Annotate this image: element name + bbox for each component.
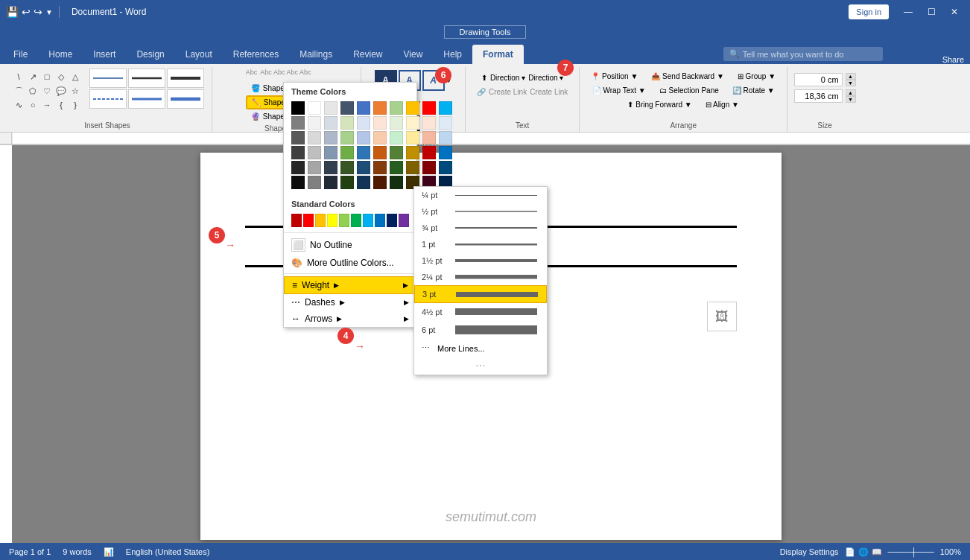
callout-tool[interactable]: 💬 <box>54 84 68 98</box>
tab-mailings[interactable]: Mailings <box>289 45 343 64</box>
standard-color-swatch[interactable] <box>399 214 409 227</box>
no-outline-item[interactable]: ⬜ No Outline <box>284 235 416 255</box>
theme-color-swatch[interactable] <box>439 146 452 159</box>
search-input[interactable] <box>743 50 877 59</box>
theme-color-swatch[interactable] <box>373 101 387 115</box>
line-tool[interactable]: \ <box>12 70 25 83</box>
theme-color-swatch[interactable] <box>373 176 387 189</box>
theme-color-swatch[interactable] <box>390 161 403 174</box>
theme-color-swatch[interactable] <box>373 146 387 159</box>
right-brace-tool[interactable]: } <box>69 98 82 112</box>
print-layout-icon[interactable]: 📄 <box>845 547 855 557</box>
weight-option[interactable]: 1½ pt <box>414 252 547 269</box>
theme-color-swatch[interactable] <box>340 116 354 130</box>
send-backward-button[interactable]: 📤 Send Backward ▼ <box>646 70 729 83</box>
weight-option[interactable]: 3 pt <box>414 285 547 303</box>
weight-option[interactable]: ¾ pt <box>414 220 547 236</box>
theme-color-swatch[interactable] <box>373 161 387 174</box>
redo-icon[interactable]: ↪ <box>34 6 42 18</box>
group-button[interactable]: ⊞ Group ▼ <box>732 70 781 83</box>
style-line-2[interactable] <box>128 69 165 88</box>
theme-color-swatch[interactable] <box>291 161 305 174</box>
theme-color-swatch[interactable] <box>308 101 321 115</box>
theme-color-swatch[interactable] <box>439 131 452 144</box>
theme-color-swatch[interactable] <box>390 131 403 144</box>
tab-references[interactable]: References <box>223 45 289 64</box>
web-layout-icon[interactable]: 🌐 <box>858 547 869 557</box>
theme-color-swatch[interactable] <box>357 176 370 189</box>
save-icon[interactable]: 💾 <box>6 6 19 18</box>
theme-color-swatch[interactable] <box>324 161 337 174</box>
more-lines-item[interactable]: ⋯ More Lines... <box>414 340 547 357</box>
pentagon-tool[interactable]: ⬠ <box>26 84 39 98</box>
curve-tool[interactable]: ⌒ <box>12 84 25 98</box>
theme-color-swatch[interactable] <box>439 116 452 130</box>
style-line-3[interactable] <box>167 69 204 88</box>
selection-pane-button[interactable]: 🗂 Selection Pane <box>654 84 724 97</box>
style-line-1[interactable] <box>89 69 127 88</box>
weight-option[interactable]: 6 pt <box>414 320 547 340</box>
standard-color-swatch[interactable] <box>327 214 337 227</box>
theme-color-swatch[interactable] <box>324 116 337 130</box>
display-settings-button[interactable]: Display Settings <box>780 547 839 556</box>
theme-color-swatch[interactable] <box>308 116 321 130</box>
standard-color-swatch[interactable] <box>387 214 397 227</box>
theme-color-swatch[interactable] <box>390 101 403 115</box>
style-line-4[interactable] <box>89 89 127 109</box>
theme-color-swatch[interactable] <box>422 131 436 144</box>
tab-review[interactable]: Review <box>343 45 393 64</box>
theme-color-swatch[interactable] <box>390 146 403 159</box>
sign-in-button[interactable]: Sign in <box>849 4 889 19</box>
height-down-button[interactable]: ▼ <box>846 96 856 103</box>
share-button[interactable]: Share <box>942 55 964 64</box>
dashes-item[interactable]: ⋯ Dashes ▶ <box>284 294 416 311</box>
theme-color-swatch[interactable] <box>373 131 387 144</box>
standard-color-swatch[interactable] <box>351 214 361 227</box>
rect-tool[interactable]: □ <box>40 70 54 83</box>
theme-color-swatch[interactable] <box>340 101 354 115</box>
diamond-tool[interactable]: ◇ <box>54 70 68 83</box>
theme-color-swatch[interactable] <box>308 131 321 144</box>
theme-color-swatch[interactable] <box>340 161 354 174</box>
bring-forward-button[interactable]: ⬆ Bring Forward ▼ <box>622 98 697 111</box>
theme-color-swatch[interactable] <box>390 176 403 189</box>
theme-color-swatch[interactable] <box>357 116 370 130</box>
zoom-slider[interactable]: ────┼─── <box>888 547 934 556</box>
minimize-button[interactable]: — <box>898 4 919 20</box>
theme-color-swatch[interactable] <box>340 131 354 144</box>
width-input[interactable]: 0 cm <box>794 73 843 86</box>
tab-layout[interactable]: Layout <box>175 45 223 64</box>
theme-color-swatch[interactable] <box>439 161 452 174</box>
create-link-button[interactable]: 🔗Create LinkCreate Link <box>472 86 573 98</box>
theme-color-swatch[interactable] <box>291 146 305 159</box>
weight-option[interactable]: 1 pt <box>414 236 547 252</box>
triangle-tool[interactable]: △ <box>69 70 82 83</box>
standard-color-swatch[interactable] <box>339 214 349 227</box>
theme-color-swatch[interactable] <box>291 116 305 130</box>
weight-option[interactable]: 2¼ pt <box>414 269 547 285</box>
tab-format[interactable]: Format <box>472 45 524 64</box>
tab-view[interactable]: View <box>393 45 434 64</box>
star-tool[interactable]: ☆ <box>69 84 82 98</box>
theme-color-swatch[interactable] <box>357 161 370 174</box>
tab-help[interactable]: Help <box>433 45 472 64</box>
wrap-text-button[interactable]: 📄 Wrap Text ▼ <box>587 84 651 97</box>
width-down-button[interactable]: ▼ <box>846 80 856 86</box>
height-input[interactable]: 18,36 cm <box>794 89 843 103</box>
tab-insert[interactable]: Insert <box>83 45 126 64</box>
oval-tool[interactable]: ○ <box>26 98 39 112</box>
weight-item[interactable]: ≡ Weight ▶ <box>284 276 416 294</box>
left-brace-tool[interactable]: { <box>54 98 68 112</box>
theme-color-swatch[interactable] <box>340 176 354 189</box>
standard-color-swatch[interactable] <box>363 214 373 227</box>
theme-color-swatch[interactable] <box>422 146 436 159</box>
customize-icon[interactable]: ▼ <box>45 8 53 16</box>
tab-home[interactable]: Home <box>38 45 83 64</box>
weight-option[interactable]: ½ pt <box>414 203 547 220</box>
theme-color-swatch[interactable] <box>422 116 436 130</box>
theme-color-swatch[interactable] <box>324 101 337 115</box>
theme-color-swatch[interactable] <box>406 131 419 144</box>
standard-color-swatch[interactable] <box>291 214 302 227</box>
style-line-5[interactable] <box>128 89 165 109</box>
tab-design[interactable]: Design <box>126 45 174 64</box>
